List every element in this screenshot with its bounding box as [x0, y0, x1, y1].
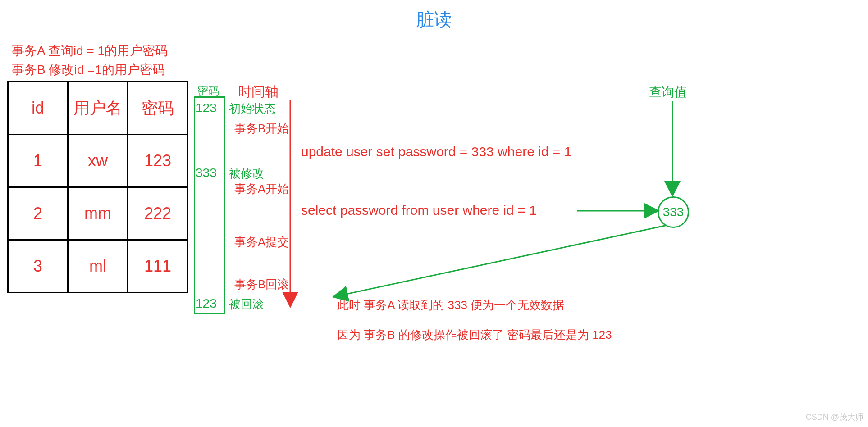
header-id: id — [8, 82, 68, 135]
query-down-arrow-icon — [667, 101, 681, 195]
note-invalid-data: 此时 事务A 读取到的 333 便为一个无效数据 — [337, 297, 564, 313]
event-a-commit: 事务A提交 — [234, 234, 289, 250]
cell-user: xw — [68, 135, 128, 187]
password-modified: 333 — [196, 166, 217, 180]
watermark: CSDN @茂大师 — [806, 412, 863, 422]
cell-pw: 111 — [128, 240, 188, 293]
svg-line-3 — [340, 225, 667, 295]
table-row: 2 mm 222 — [8, 187, 188, 240]
sql-update: update user set password = 333 where id … — [301, 144, 571, 159]
password-initial: 123 — [196, 101, 217, 115]
event-a-start: 事务A开始 — [234, 181, 289, 197]
page-title: 脏读 — [0, 7, 868, 32]
select-to-result-arrow-icon — [577, 205, 658, 219]
table-row: 3 ml 111 — [8, 240, 188, 293]
cell-id: 1 — [8, 135, 68, 187]
header-pw: 密码 — [128, 82, 188, 135]
cell-id: 2 — [8, 187, 68, 240]
cell-user: ml — [68, 240, 128, 293]
event-b-rollback: 事务B回滚 — [234, 277, 289, 292]
cell-id: 3 — [8, 240, 68, 293]
table-header-row: id 用户名 密码 — [8, 82, 188, 135]
password-column-box — [194, 96, 225, 314]
desc-line-a: 事务A 查询id = 1的用户密码 — [12, 41, 168, 60]
transaction-description: 事务A 查询id = 1的用户密码 事务B 修改id =1的用户密码 — [12, 41, 168, 79]
event-initial: 初始状态 — [229, 101, 276, 117]
header-user: 用户名 — [68, 82, 128, 135]
timeline-title: 时间轴 — [238, 83, 279, 101]
note-rollback-reason: 因为 事务B 的修改操作被回滚了 密码最后还是为 123 — [337, 327, 612, 343]
cell-pw: 123 — [128, 135, 188, 187]
table-row: 1 xw 123 — [8, 135, 188, 187]
password-rolledback: 123 — [196, 296, 217, 311]
query-result-value: 333 — [658, 196, 689, 228]
sql-select: select password from user where id = 1 — [301, 203, 537, 218]
event-rolledback: 被回滚 — [229, 296, 264, 312]
user-table: id 用户名 密码 1 xw 123 2 mm 222 3 ml 111 — [7, 81, 188, 293]
cell-user: mm — [68, 187, 128, 240]
desc-line-b: 事务B 修改id =1的用户密码 — [12, 60, 168, 79]
event-b-start: 事务B开始 — [234, 121, 289, 136]
query-value-label: 查询值 — [649, 84, 687, 101]
result-to-note-arrow-icon — [333, 225, 676, 302]
cell-pw: 222 — [128, 187, 188, 240]
event-modified: 被修改 — [229, 166, 264, 182]
